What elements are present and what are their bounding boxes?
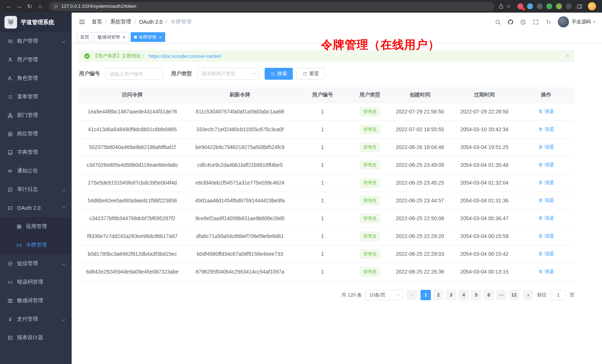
sidebar-item-dept[interactable]: 部门管理: [0, 106, 72, 125]
prev-page-button[interactable]: ‹: [406, 290, 417, 300]
sidebar-item-sensitive[interactable]: 敏感词管理: [0, 291, 72, 310]
sidebar-item-app[interactable]: 应用管理: [0, 217, 72, 236]
force-logout-button[interactable]: 强退: [538, 197, 554, 204]
content-area: 【用户体系】文档地址： https://doc.iocoder.cn/user-…: [72, 43, 602, 300]
breadcrumb-item[interactable]: OAuth 2.0: [139, 19, 163, 25]
access-cell: 6d842e2924594de9a09e45e087323abe: [79, 263, 186, 281]
share-icon[interactable]: [498, 3, 504, 9]
sidebar-item-log[interactable]: 审计日志: [0, 180, 72, 199]
search-button[interactable]: 搜索: [265, 68, 293, 80]
goto-page-input[interactable]: [550, 290, 566, 300]
reload-button[interactable]: ↻: [24, 1, 35, 11]
home-button[interactable]: ⌂: [35, 1, 45, 11]
table-row: c347026e805e4d99b0d116eae66eda8ccdfc4ce9…: [79, 156, 575, 174]
page-button[interactable]: 3: [446, 290, 456, 300]
force-logout-button[interactable]: 强退: [538, 108, 554, 115]
page-button[interactable]: 1: [421, 290, 431, 300]
action-cell: 强退: [518, 245, 575, 263]
user-menu[interactable]: 芋道源码: [558, 16, 595, 27]
help-icon[interactable]: [520, 19, 526, 25]
sidebar-item-dict[interactable]: 字典管理: [0, 143, 72, 162]
pages-ellipsis-button[interactable]: ···: [496, 290, 507, 300]
user-type-select[interactable]: 请选择用户类型: [197, 68, 259, 80]
page-size-select[interactable]: 10条/页: [366, 290, 403, 300]
breadcrumb-item[interactable]: 首页: [92, 19, 102, 25]
sidebar-item-errcode[interactable]: 错误码管理: [0, 273, 72, 291]
user-type-cell: 管理员: [351, 156, 389, 174]
post-icon: [7, 131, 13, 137]
user-type-cell: 管理员: [351, 120, 389, 138]
action-cell: 强退: [518, 227, 575, 245]
expand-icon[interactable]: [533, 19, 539, 25]
hamburger-icon[interactable]: [78, 18, 86, 26]
trash-icon: [538, 251, 543, 256]
user-id-input[interactable]: [105, 68, 164, 80]
url-bar[interactable]: 127.0.0.1:1024/system/oauth2/token: [49, 2, 494, 11]
sidebar-item-oauth[interactable]: OAuth 2.0: [0, 199, 72, 217]
next-page-button[interactable]: ›: [523, 290, 533, 300]
force-logout-button[interactable]: 强退: [538, 251, 554, 257]
user-name: 芋道源码: [572, 19, 591, 25]
chevron-down-icon: [62, 262, 66, 265]
sidebar-item-post[interactable]: 岗位管理: [0, 125, 72, 143]
tab-label: 首页: [80, 34, 89, 40]
sidebar-item-report[interactable]: 报表设计器: [0, 328, 72, 347]
force-logout-button[interactable]: 强退: [538, 233, 554, 239]
extension-lime[interactable]: [556, 3, 562, 9]
created-cell: 2022-06-25 23:45:25: [389, 174, 451, 192]
tab-item[interactable]: 首页: [77, 32, 92, 42]
force-logout-button[interactable]: 强退: [538, 215, 554, 222]
access-cell: b0d1785bc3a8482f812db4a3f3bd15ec: [79, 245, 186, 263]
force-logout-button[interactable]: 强退: [538, 144, 554, 150]
sidebar-item-label: 岗位管理: [17, 130, 65, 137]
close-icon[interactable]: ×: [159, 35, 162, 40]
search-icon[interactable]: [495, 19, 501, 25]
goto-label: 前往: [537, 292, 547, 298]
tab-item[interactable]: 敏感词管理×: [94, 32, 129, 42]
user-type-badge: 管理员: [360, 178, 380, 188]
browser-profile-avatar[interactable]: [588, 2, 596, 10]
extension-dark[interactable]: [537, 3, 543, 9]
fontsize-icon[interactable]: [545, 19, 552, 25]
sidebar-item-sms[interactable]: 短信管理: [0, 254, 72, 273]
extension-pink[interactable]: [517, 3, 523, 9]
forward-button[interactable]: →: [14, 1, 24, 11]
sidebar-item-token[interactable]: 令牌管理: [0, 236, 72, 254]
user-type-badge: 管理员: [360, 161, 380, 170]
close-icon[interactable]: ×: [122, 35, 125, 40]
page-button[interactable]: 12: [509, 290, 519, 300]
bookmark-star-icon[interactable]: ☆: [506, 3, 511, 10]
extension-green[interactable]: [546, 3, 552, 9]
sidebar-item-menu[interactable]: 菜单管理: [0, 87, 72, 106]
page-button[interactable]: 2: [433, 290, 444, 300]
force-logout-button[interactable]: 强退: [538, 126, 554, 133]
sidebar-item-tenant[interactable]: 租户管理: [0, 32, 72, 50]
force-logout-button[interactable]: 强退: [538, 179, 554, 186]
sidebar-item-pay[interactable]: 支付管理: [0, 310, 72, 328]
close-icon[interactable]: ×: [566, 53, 569, 59]
breadcrumb-item[interactable]: 系统管理: [110, 19, 131, 25]
page-button[interactable]: 6: [484, 290, 494, 300]
force-logout-button[interactable]: 强退: [538, 162, 554, 168]
force-logout-button[interactable]: 强退: [538, 268, 554, 275]
back-button[interactable]: ←: [4, 1, 14, 11]
extension-gray[interactable]: [566, 3, 572, 9]
access-cell: 1ea5e44f8bc1467aaede43144f31de76: [79, 103, 186, 120]
tab-item[interactable]: 令牌管理×: [131, 32, 166, 42]
sidebar-item-user[interactable]: 用户管理: [0, 50, 72, 69]
user-type-cell: 管理员: [351, 174, 389, 192]
page-button[interactable]: 4: [458, 290, 469, 300]
sidebar-item-role[interactable]: 角色管理: [0, 69, 72, 87]
trash-icon: [538, 127, 543, 132]
reset-button[interactable]: 重置: [297, 68, 325, 80]
github-icon[interactable]: [507, 19, 514, 25]
doc-link[interactable]: https://doc.iocoder.cn/user-center/: [149, 53, 222, 59]
side-panel-icon[interactable]: [576, 3, 583, 10]
user-type-cell: 管理员: [351, 227, 389, 245]
created-cell: 2022-06-25 23:49:09: [389, 156, 451, 174]
page-button[interactable]: 5: [471, 290, 481, 300]
sidebar-item-notice[interactable]: 通知公告: [0, 162, 72, 180]
extension-blue[interactable]: [527, 3, 533, 9]
uid-cell: 1: [294, 245, 351, 263]
filter-bar: 用户编号 用户类型 请选择用户类型 搜索 重置: [79, 68, 575, 80]
